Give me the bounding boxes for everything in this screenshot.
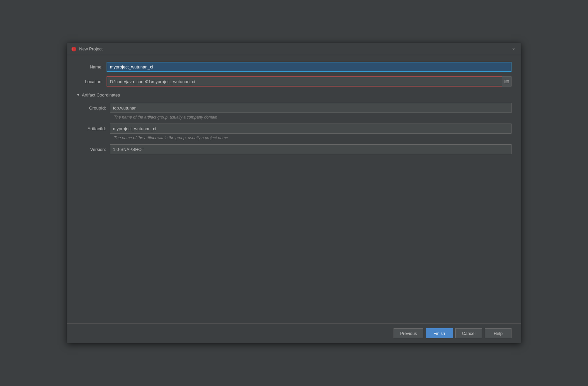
new-project-dialog: I New Project × Name: Location: xyxy=(67,43,521,343)
folder-icon xyxy=(504,79,509,83)
artifactid-input[interactable] xyxy=(110,124,511,134)
version-label: Version: xyxy=(77,147,110,152)
title-bar: I New Project × xyxy=(67,43,521,55)
artifactid-hint: The name of the artifact within the grou… xyxy=(114,136,511,140)
artifact-section: GroupId: The name of the artifact group,… xyxy=(77,103,511,156)
artifactid-row: ArtifactId: xyxy=(77,124,511,134)
collapse-arrow-icon: ▼ xyxy=(77,93,80,97)
name-row: Name: xyxy=(77,62,511,72)
help-button[interactable]: Help xyxy=(485,328,511,338)
name-input[interactable] xyxy=(107,62,511,72)
artifact-section-label: Artifact Coordinates xyxy=(82,92,120,98)
dialog-footer: Previous Finish Cancel Help xyxy=(67,323,521,343)
previous-button[interactable]: Previous xyxy=(394,328,423,338)
groupid-label: GroupId: xyxy=(77,106,110,111)
browse-folder-button[interactable] xyxy=(502,76,511,86)
dialog-title: New Project xyxy=(79,46,103,51)
groupid-input[interactable] xyxy=(110,103,511,113)
artifact-section-header[interactable]: ▼ Artifact Coordinates xyxy=(77,92,511,98)
artifactid-label: ArtifactId: xyxy=(77,126,110,131)
svg-text:I: I xyxy=(72,47,74,51)
close-button[interactable]: × xyxy=(510,46,517,52)
title-bar-left: I New Project xyxy=(71,46,103,52)
location-input-wrapper xyxy=(107,76,511,86)
cancel-button[interactable]: Cancel xyxy=(455,328,482,338)
name-label: Name: xyxy=(77,64,107,69)
groupid-hint: The name of the artifact group, usually … xyxy=(114,115,511,120)
groupid-row: GroupId: xyxy=(77,103,511,113)
location-input[interactable] xyxy=(107,76,511,86)
location-label: Location: xyxy=(77,79,107,84)
location-row: Location: xyxy=(77,76,511,86)
dialog-content: Name: Location: ▼ Artifact Coordinates xyxy=(67,55,521,323)
app-icon: I xyxy=(71,46,77,52)
version-row: Version: xyxy=(77,144,511,154)
finish-button[interactable]: Finish xyxy=(426,328,453,338)
version-input[interactable] xyxy=(110,144,511,154)
